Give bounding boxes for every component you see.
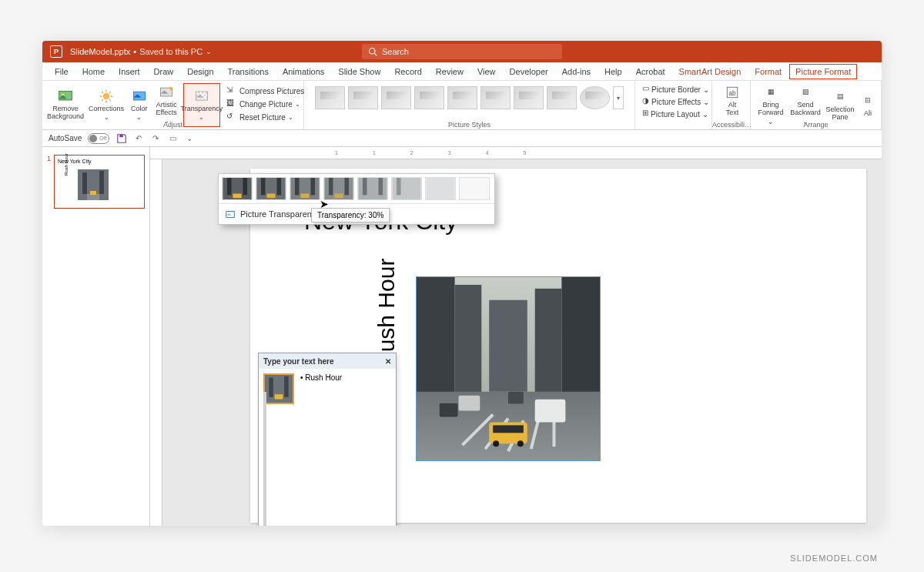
horizontal-ruler: 1 1 2 3 4 5	[150, 147, 882, 159]
autosave-state: Off	[99, 135, 106, 141]
transparency-preset-10[interactable]	[256, 177, 286, 200]
change-picture-icon: 🖼	[226, 99, 237, 109]
tab-review[interactable]: Review	[430, 64, 470, 79]
save-status: Saved to this PC	[139, 47, 203, 56]
text-pane-divider	[263, 392, 266, 526]
svg-rect-46	[508, 392, 524, 404]
picture-style-preset[interactable]	[315, 86, 345, 109]
start-from-beginning-button[interactable]: ▭	[166, 132, 179, 145]
smartart-text-pane[interactable]: Type your text here ✕ Rush Hour Picture …	[258, 353, 397, 526]
tab-smartart-design[interactable]: SmartArt Design	[673, 64, 748, 79]
svg-line-9	[102, 92, 103, 93]
tab-help[interactable]: Help	[598, 64, 628, 79]
transparency-preset-65[interactable]	[391, 177, 422, 200]
tab-picture-format[interactable]: Picture Format	[789, 64, 857, 79]
titlebar: P SlideModel.pptx • Saved to this PC ⌄ S…	[42, 41, 882, 62]
tab-animations[interactable]: Animations	[276, 64, 330, 79]
picture-styles-group-label: Picture Styles	[304, 121, 634, 129]
qat-customize-icon[interactable]: ⌄	[183, 132, 196, 145]
transparency-tooltip: Transparency: 30%	[311, 208, 390, 222]
tab-developer[interactable]: Developer	[504, 64, 554, 79]
picture-style-preset[interactable]	[480, 86, 511, 109]
ruler-tick: 5	[524, 150, 527, 156]
align-icon: ⊟	[860, 93, 875, 109]
quick-access-toolbar: AutoSave Off ↶ ↷ ▭ ⌄	[42, 130, 882, 147]
slide-thumbnail-1[interactable]: New York City Rush Hour	[54, 155, 145, 209]
tab-record[interactable]: Record	[388, 64, 427, 79]
save-button[interactable]	[116, 132, 128, 145]
svg-rect-32	[489, 300, 527, 392]
picture-style-preset[interactable]	[514, 86, 544, 109]
tab-draw[interactable]: Draw	[148, 64, 180, 79]
document-title[interactable]: SlideModel.pptx • Saved to this PC ⌄	[70, 47, 212, 56]
alt-text-label: Alt Text	[726, 102, 739, 117]
tab-acrobat[interactable]: Acrobat	[630, 64, 671, 79]
tab-file[interactable]: File	[49, 64, 75, 79]
text-pane-header: Type your text here ✕	[259, 353, 396, 369]
thumb-title: New York City	[58, 159, 141, 164]
tab-design[interactable]: Design	[181, 64, 219, 79]
tab-transitions[interactable]: Transitions	[222, 64, 275, 79]
chevron-down-icon[interactable]: ⌄	[206, 48, 212, 55]
filename-text: SlideModel.pptx	[70, 47, 130, 56]
toggle-knob-icon	[89, 135, 97, 142]
tab-view[interactable]: View	[471, 64, 502, 79]
picture-effects-label: Picture Effects	[651, 98, 701, 106]
transparency-preset-50[interactable]	[357, 177, 388, 200]
ruler-tick: 3	[448, 150, 451, 156]
alt-text-button[interactable]: ab Alt Text	[717, 83, 748, 119]
svg-line-12	[109, 92, 111, 93]
transparency-options-icon	[225, 209, 236, 219]
picture-layout-button[interactable]: ⊞Picture Layout ⌄	[640, 108, 707, 120]
transparency-preset-95[interactable]	[459, 177, 490, 200]
nyc-image	[417, 277, 600, 460]
compress-label: Compress Pictures	[239, 87, 304, 95]
svg-rect-74	[275, 394, 283, 399]
svg-rect-50	[233, 194, 241, 199]
reset-picture-label: Reset Picture	[239, 113, 286, 122]
svg-rect-65	[378, 178, 383, 195]
text-pane-title: Type your text here	[263, 357, 334, 366]
close-icon[interactable]: ✕	[385, 357, 391, 366]
transparency-preset-80[interactable]	[425, 177, 456, 200]
tab-format[interactable]: Format	[748, 64, 788, 79]
alt-text-icon: ab	[725, 85, 740, 100]
svg-rect-23	[82, 172, 87, 194]
search-box[interactable]: Search	[362, 44, 562, 59]
tab-addins[interactable]: Add-ins	[556, 64, 597, 79]
powerpoint-logo-icon: P	[50, 45, 62, 58]
text-pane-bullet[interactable]: Rush Hour	[300, 373, 391, 526]
transparency-preset-30[interactable]	[323, 177, 354, 200]
thumb-image	[78, 169, 109, 200]
transparency-preset-0[interactable]	[222, 177, 253, 200]
adjust-group-label: Adjust	[42, 121, 303, 129]
picture-style-preset[interactable]	[414, 86, 444, 109]
slide-vertical-label[interactable]: Rush Hour	[373, 199, 400, 369]
slide-thumbnail-panel[interactable]: 1 New York City Rush Hour	[42, 147, 150, 526]
svg-point-41	[493, 440, 499, 447]
picture-style-preset[interactable]	[580, 86, 610, 109]
effects-icon: ◑	[642, 96, 649, 107]
align-label: Ali	[864, 110, 872, 118]
svg-rect-58	[300, 194, 309, 199]
picture-style-preset[interactable]	[447, 86, 477, 109]
tab-slideshow[interactable]: Slide Show	[332, 64, 387, 79]
picture-style-preset[interactable]	[547, 86, 577, 109]
svg-rect-72	[269, 378, 273, 397]
picture-style-preset[interactable]	[381, 86, 411, 109]
picture-border-button[interactable]: ▭Picture Border ⌄	[640, 83, 707, 95]
slide-picture[interactable]	[416, 276, 601, 461]
transparency-preset-20[interactable]	[290, 177, 320, 200]
tab-insert[interactable]: Insert	[112, 64, 146, 79]
styles-gallery-expand-icon[interactable]: ▾	[613, 86, 624, 109]
picture-effects-button[interactable]: ◑Picture Effects ⌄	[640, 95, 707, 108]
text-pane-thumbnail[interactable]	[263, 373, 294, 404]
undo-button[interactable]: ↶	[132, 132, 145, 145]
tab-home[interactable]: Home	[76, 64, 111, 79]
compress-pictures-button[interactable]: ⇲Compress Pictures	[224, 85, 306, 97]
watermark: SLIDEMODEL.COM	[790, 554, 878, 563]
change-picture-button[interactable]: 🖼Change Picture ⌄	[224, 98, 306, 110]
redo-button[interactable]: ↷	[149, 132, 162, 145]
autosave-toggle[interactable]: Off	[88, 133, 109, 144]
picture-style-preset[interactable]	[348, 86, 378, 109]
